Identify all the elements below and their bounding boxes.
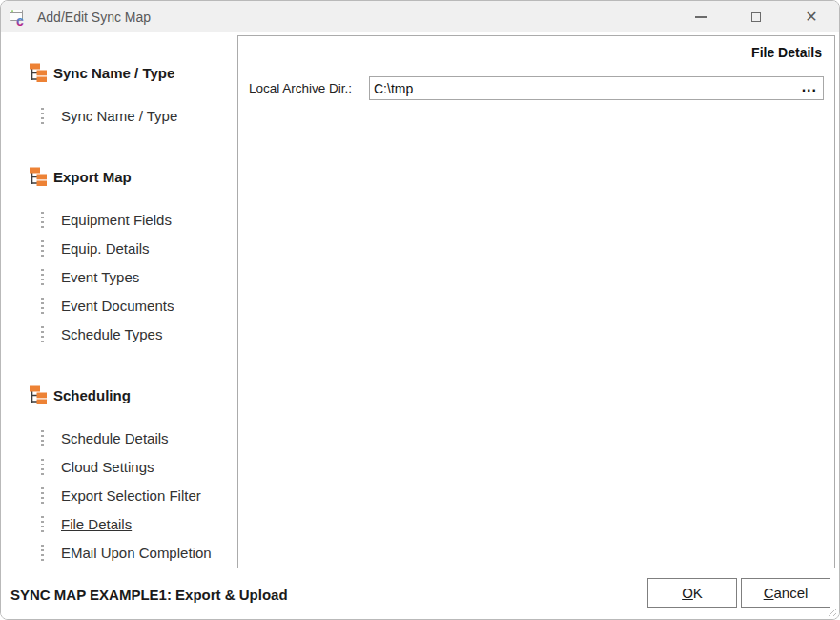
tree-node-icon [29,167,48,186]
tree-item-event-documents[interactable]: Event Documents [1,291,237,320]
caption-controls: ✕ [673,1,839,32]
tree-node-icon [29,63,48,82]
tree-item-label: Sync Name / Type [61,108,177,124]
tree-section-label: Scheduling [53,387,131,403]
grip-dots-icon [41,430,44,446]
resize-grip-icon[interactable] [827,607,837,617]
local-archive-dir-inputwrap: ... [369,76,824,100]
grip-dots-icon [41,326,44,342]
tree-item-label: Schedule Types [61,326,162,342]
tree-section-scheduling[interactable]: Scheduling [1,381,237,409]
tree-item-label: Cloud Settings [61,459,154,475]
tree-item-label: Event Documents [61,298,174,314]
minimize-button[interactable] [673,1,728,32]
svg-text:c: c [16,13,24,27]
ok-button[interactable]: OK [647,578,737,608]
tree-item-label: Equip. Details [61,240,150,257]
close-icon: ✕ [805,10,817,25]
grip-dots-icon [41,108,44,124]
tree-item-label: Equipment Fields [61,212,172,228]
panel-heading: File Details [238,36,834,60]
tree-item-event-types[interactable]: Event Types [1,262,237,291]
tree-node-icon [29,385,48,404]
footer-buttons: OK Cancel [647,578,830,608]
tree-section-sync-name-type[interactable]: Sync Name / Type [1,58,237,87]
browse-ellipsis-button[interactable]: ... [800,84,819,90]
sidebar-tree: Sync Name / TypeSync Name / TypeExport M… [1,32,237,568]
grip-dots-icon [41,212,44,228]
tree-item-equip-details[interactable]: Equip. Details [1,234,237,262]
window-title: Add/Edit Sync Map [37,10,151,25]
maximize-button[interactable] [728,1,784,32]
local-archive-dir-row: Local Archive Dir.: ... [249,76,824,100]
grip-dots-icon [41,487,44,504]
tree-item-export-selection-filter[interactable]: Export Selection Filter [1,481,237,509]
footer-bar: SYNC MAP EXAMPLE1: Export & Upload OK Ca… [1,568,839,619]
tree-item-label: Export Selection Filter [61,487,201,504]
grip-dots-icon [41,269,44,285]
grip-dots-icon [41,516,44,532]
tree-section-label: Sync Name / Type [53,65,174,81]
maximize-icon [751,12,761,22]
tree-item-email-upon-completion[interactable]: EMail Upon Completion [1,538,237,567]
tree-item-file-details[interactable]: File Details [1,509,237,538]
tree-item-schedule-details[interactable]: Schedule Details [1,424,237,452]
tree-section-label: Export Map [53,169,132,185]
content-panel: File Details Local Archive Dir.: ... [237,35,835,568]
tree-item-label: EMail Upon Completion [61,545,212,561]
tree-item-cloud-settings[interactable]: Cloud Settings [1,452,237,481]
local-archive-dir-input[interactable] [370,77,823,99]
title-bar: c Add/Edit Sync Map ✕ [1,1,839,32]
sync-map-status-text: SYNC MAP EXAMPLE1: Export & Upload [10,586,288,602]
minimize-icon [695,16,707,18]
grip-dots-icon [41,298,44,314]
grip-dots-icon [41,459,44,475]
grip-dots-icon [41,240,44,257]
local-archive-dir-label: Local Archive Dir.: [249,81,369,95]
tree-item-label: Schedule Details [61,430,169,446]
grip-dots-icon [41,545,44,561]
tree-item-schedule-types[interactable]: Schedule Types [1,320,237,348]
tree-item-equipment-fields[interactable]: Equipment Fields [1,205,237,234]
tree-item-sync-name-type[interactable]: Sync Name / Type [1,101,237,130]
tree-item-label: Event Types [61,269,139,285]
app-icon: c [9,8,30,27]
tree-section-export-map[interactable]: Export Map [1,162,237,191]
tree-item-label: File Details [61,516,132,532]
add-edit-sync-map-dialog: c Add/Edit Sync Map ✕ Sync Name / TypeSy… [0,0,840,620]
cancel-button[interactable]: Cancel [741,578,830,608]
close-button[interactable]: ✕ [784,1,839,32]
